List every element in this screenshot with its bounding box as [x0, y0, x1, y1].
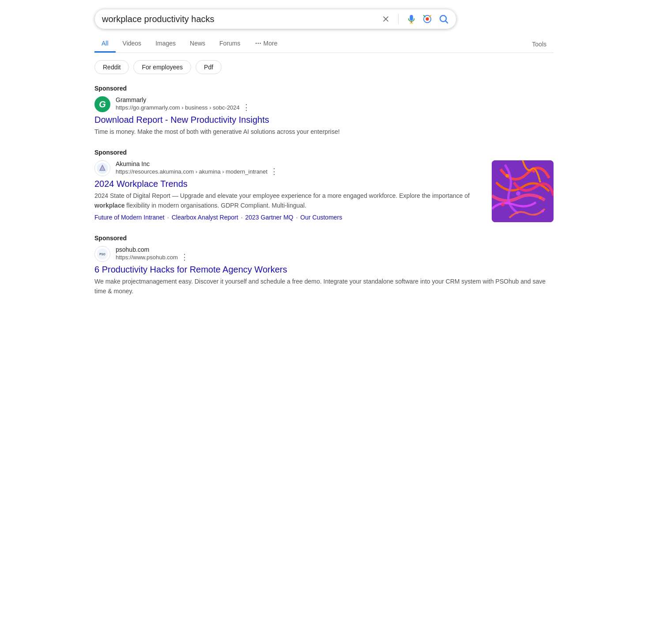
- tab-tools[interactable]: Tools: [525, 36, 554, 52]
- ad-grammarly-desc: Time is money. Make the most of both wit…: [94, 127, 554, 136]
- sitelink-dot-1: ·: [167, 214, 169, 221]
- svg-point-3: [426, 17, 429, 20]
- ad-akumina-desc-bold: workplace: [94, 202, 124, 209]
- ad-akumina-meta: Akumina Inc https://resources.akumina.co…: [116, 160, 485, 175]
- ad-grammarly-url-row: https://go.grammarly.com › business › so…: [116, 103, 554, 111]
- ad-akumina-content: Akumina Inc https://resources.akumina.co…: [94, 160, 485, 221]
- ad-grammarly-menu-icon[interactable]: ⋮: [242, 103, 250, 111]
- svg-point-15: [516, 191, 520, 196]
- ad-akumina-desc-after: flexibility in modern organisations. GDP…: [124, 202, 306, 209]
- ad-psohub-title[interactable]: 6 Productivity Hacks for Remote Agency W…: [94, 265, 554, 275]
- ad-akumina-menu-icon[interactable]: ⋮: [270, 167, 278, 175]
- svg-point-17: [501, 203, 505, 206]
- search-tabs: All Videos Images News Forums More Tools: [94, 35, 554, 53]
- ad-grammarly-title[interactable]: Download Report - New Productivity Insig…: [94, 115, 554, 125]
- tab-forums[interactable]: Forums: [212, 35, 247, 53]
- akumina-logo: [94, 160, 110, 176]
- lens-icon[interactable]: [422, 14, 432, 24]
- ad-psohub: Sponsored PSO psohub.com https://www.pso…: [94, 235, 554, 296]
- filter-chips: Reddit For employees Pdf: [94, 60, 554, 74]
- ad-psohub-desc: We make projectmanagement easy. Discover…: [94, 277, 554, 296]
- ad-psohub-header: PSO psohub.com https://www.psohub.com ⋮: [94, 246, 554, 262]
- ad-grammarly-url: https://go.grammarly.com › business › so…: [116, 104, 240, 111]
- ad-akumina-desc-before: 2024 State of Digital Report — Upgrade a…: [94, 192, 470, 199]
- ad-psohub-site-name: psohub.com: [116, 246, 554, 253]
- ad-grammarly-header: G Grammarly https://go.grammarly.com › b…: [94, 96, 554, 112]
- sitelink-clearbox[interactable]: Clearbox Analyst Report: [172, 214, 238, 221]
- sponsored-label-2: Sponsored: [94, 149, 554, 156]
- svg-text:PSO: PSO: [99, 253, 105, 256]
- more-dots-icon: [255, 40, 262, 47]
- microphone-icon[interactable]: [407, 14, 416, 24]
- sponsored-label-1: Sponsored: [94, 85, 554, 92]
- ad-akumina: Sponsored Akumina Inc https://resources.…: [94, 149, 554, 222]
- ad-psohub-url-row: https://www.psohub.com ⋮: [116, 253, 554, 261]
- ad-akumina-with-image: Akumina Inc https://resources.akumina.co…: [94, 160, 554, 222]
- sponsored-label-3: Sponsored: [94, 235, 554, 242]
- tab-images[interactable]: Images: [148, 35, 183, 53]
- tab-videos[interactable]: Videos: [116, 35, 149, 53]
- ad-akumina-image: [492, 160, 554, 222]
- svg-point-16: [539, 197, 542, 199]
- ad-akumina-site-name: Akumina Inc: [116, 160, 485, 167]
- svg-point-6: [256, 43, 257, 44]
- search-icon[interactable]: [438, 14, 449, 24]
- ad-psohub-menu-icon[interactable]: ⋮: [181, 253, 188, 261]
- tab-more[interactable]: More: [248, 35, 285, 53]
- clear-icon[interactable]: [381, 15, 390, 23]
- ad-akumina-url-row: https://resources.akumina.com › akumina …: [116, 167, 485, 175]
- ad-akumina-url: https://resources.akumina.com › akumina …: [116, 168, 267, 175]
- ad-grammarly-meta: Grammarly https://go.grammarly.com › bus…: [116, 96, 554, 111]
- grammarly-logo: G: [94, 96, 110, 112]
- ad-akumina-header: Akumina Inc https://resources.akumina.co…: [94, 160, 485, 176]
- chip-for-employees[interactable]: For employees: [133, 60, 191, 74]
- search-bar[interactable]: [94, 9, 456, 29]
- ad-psohub-url: https://www.psohub.com: [116, 254, 178, 261]
- tab-news[interactable]: News: [183, 35, 212, 53]
- search-input[interactable]: [102, 14, 381, 24]
- svg-point-8: [260, 43, 261, 44]
- svg-point-13: [505, 174, 509, 178]
- ad-grammarly-site-name: Grammarly: [116, 96, 554, 103]
- sitelink-customers[interactable]: Our Customers: [300, 214, 342, 221]
- ad-akumina-title[interactable]: 2024 Workplace Trends: [94, 179, 485, 189]
- ad-grammarly: Sponsored G Grammarly https://go.grammar…: [94, 85, 554, 136]
- sitelink-dot-3: ·: [296, 214, 298, 221]
- sitelink-gartner[interactable]: 2023 Gartner MQ: [245, 214, 294, 221]
- ad-akumina-sitelinks: Future of Modern Intranet · Clearbox Ana…: [94, 214, 485, 221]
- svg-point-18: [541, 210, 544, 212]
- svg-point-7: [257, 43, 259, 44]
- sitelink-dot-2: ·: [241, 214, 243, 221]
- psohub-logo: PSO: [94, 246, 110, 262]
- divider: [398, 14, 399, 24]
- chip-pdf[interactable]: Pdf: [196, 60, 222, 74]
- svg-line-5: [446, 21, 448, 23]
- tab-all[interactable]: All: [94, 35, 116, 53]
- ad-akumina-desc: 2024 State of Digital Report — Upgrade a…: [94, 191, 485, 210]
- svg-point-14: [532, 170, 535, 173]
- sitelink-future-intranet[interactable]: Future of Modern Intranet: [94, 214, 165, 221]
- ad-psohub-meta: psohub.com https://www.psohub.com ⋮: [116, 246, 554, 261]
- chip-reddit[interactable]: Reddit: [94, 60, 129, 74]
